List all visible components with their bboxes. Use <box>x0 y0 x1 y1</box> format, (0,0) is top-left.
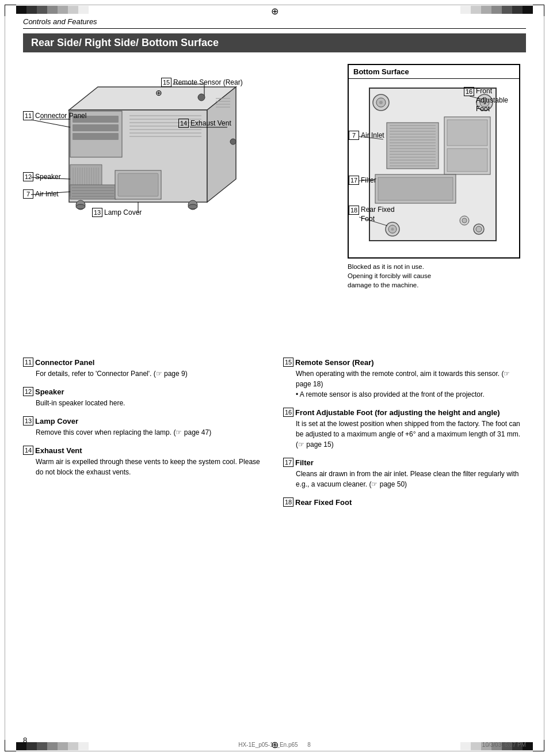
label-18-text: Rear FixedFoot <box>361 206 395 223</box>
descriptions-section: 11 Connector Panel For details, refer to… <box>23 358 526 515</box>
num-17: 17 <box>349 176 359 185</box>
svg-rect-81 <box>378 177 453 200</box>
desc-title-15: Remote Sensor (Rear) <box>295 358 374 367</box>
label-17-filter: 17 Filter <box>349 176 376 185</box>
svg-point-88 <box>462 218 467 223</box>
svg-point-57 <box>379 101 383 104</box>
label-13-text: Lamp Cover <box>104 208 142 216</box>
desc-header-15: 15 Remote Sensor (Rear) <box>283 358 526 367</box>
desc-num-13: 13 <box>23 416 33 426</box>
footer-page: 8 <box>307 742 311 748</box>
desc-num-16: 16 <box>283 408 293 417</box>
right-diagram: Bottom Surface <box>348 64 526 340</box>
bottom-surface-title: Bottom Surface <box>349 65 519 79</box>
label-12-speaker: 12 Speaker <box>23 172 61 181</box>
label-7b-text: Air Inlet <box>361 131 384 139</box>
desc-header-17: 17 Filter <box>283 458 526 467</box>
projector-svg: ⊕ <box>23 64 270 271</box>
page-content: Controls and Features Rear Side/ Right S… <box>0 0 549 538</box>
desc-item-17: 17 Filter Cleans air drawn in from the a… <box>283 458 526 489</box>
label-7b-air-inlet: 7 Air Inlet <box>349 131 384 140</box>
desc-num-15: 15 <box>283 358 293 367</box>
desc-title-13: Lamp Cover <box>35 417 78 426</box>
num-14: 14 <box>178 119 189 128</box>
corner-tl <box>5 5 16 16</box>
footer-filename: HX-1E_p05-14_En.p65 <box>238 742 298 748</box>
label-14-exhaust: 14 Exhaust Vent <box>178 119 231 128</box>
svg-rect-6 <box>73 133 119 140</box>
label-11-text: Connector Panel <box>35 112 86 120</box>
desc-header-11: 11 Connector Panel <box>23 358 266 367</box>
label-15-text: Remote Sensor (Rear) <box>173 78 243 86</box>
svg-text:⊕: ⊕ <box>155 88 162 97</box>
label-7a-air-inlet: 7 Air Inlet <box>23 189 59 199</box>
desc-bullet-15: • A remote sensor is also provided at th… <box>296 389 526 400</box>
corner-br <box>533 740 544 751</box>
gray-bar-top-left <box>16 6 89 14</box>
desc-num-14: 14 <box>23 446 33 455</box>
desc-title-18: Rear Fixed Foot <box>295 498 352 507</box>
svg-point-42 <box>230 139 236 145</box>
num-15: 15 <box>161 78 171 87</box>
desc-item-13: 13 Lamp Cover Remove this cover when rep… <box>23 416 266 438</box>
desc-item-18: 18 Rear Fixed Foot <box>283 497 526 507</box>
desc-num-17: 17 <box>283 458 293 467</box>
num-7b: 7 <box>349 131 359 140</box>
desc-text-15: When operating with the remote control, … <box>283 368 526 400</box>
desc-item-11: 11 Connector Panel For details, refer to… <box>23 358 266 379</box>
label-16-text: Front AdjustableFoot <box>476 87 519 114</box>
page-number: 8 <box>23 736 27 744</box>
desc-text-13: Remove this cover when replacing the lam… <box>23 427 266 438</box>
desc-title-11: Connector Panel <box>35 358 94 367</box>
gray-bar-top-right <box>460 6 533 14</box>
desc-text-17: Cleans air drawn in from the air inlet. … <box>283 469 526 489</box>
label-12-text: Speaker <box>35 173 61 181</box>
num-18: 18 <box>349 206 359 215</box>
bottom-surface-box: Bottom Surface <box>348 64 520 259</box>
desc-title-14: Exhaust Vent <box>35 446 82 455</box>
svg-point-40 <box>198 94 205 101</box>
desc-title-17: Filter <box>295 458 314 467</box>
label-17-text: Filter <box>361 176 376 184</box>
svg-point-44 <box>188 204 197 209</box>
desc-text-14: Warm air is expelled through these vents… <box>23 457 266 477</box>
footer-file: HX-1E_p05-14_En.p65 8 <box>238 742 311 748</box>
svg-rect-79 <box>447 149 487 172</box>
svg-rect-37 <box>118 173 158 196</box>
label-15-remote: 15 Remote Sensor (Rear) <box>161 78 243 87</box>
label-18-rear-foot: 18 Rear FixedFoot <box>349 206 395 223</box>
desc-header-12: 12 Speaker <box>23 387 266 396</box>
desc-text-16: It is set at the lowest position when sh… <box>283 419 526 450</box>
svg-point-86 <box>476 226 482 232</box>
desc-item-15: 15 Remote Sensor (Rear) When operating w… <box>283 358 526 400</box>
desc-header-14: 14 Exhaust Vent <box>23 446 266 455</box>
svg-point-84 <box>391 228 394 231</box>
svg-rect-5 <box>73 124 119 131</box>
desc-item-16: 16 Front Adjustable Foot (for adjusting … <box>283 408 526 450</box>
projector-drawing: ⊕ 11 Connector Panel <box>23 64 348 273</box>
desc-item-12: 12 Speaker Built-in speaker located here… <box>23 387 266 408</box>
corner-tr <box>533 5 544 16</box>
svg-rect-31 <box>70 185 116 199</box>
desc-header-18: 18 Rear Fixed Foot <box>283 497 526 507</box>
desc-num-11: 11 <box>23 358 33 367</box>
desc-num-12: 12 <box>23 387 33 396</box>
diagram-area: ⊕ 11 Connector Panel <box>23 64 526 340</box>
desc-title-12: Speaker <box>35 388 64 396</box>
num-12: 12 <box>23 172 33 181</box>
desc-text-12: Built-in speaker located here. <box>23 398 266 408</box>
num-13: 13 <box>92 208 102 217</box>
section-label: Controls and Features <box>23 17 526 26</box>
desc-header-13: 13 Lamp Cover <box>23 416 266 426</box>
desc-title-16: Front Adjustable Foot (for adjusting the… <box>295 408 500 417</box>
desc-item-14: 14 Exhaust Vent Warm air is expelled thr… <box>23 446 266 477</box>
desc-header-16: 16 Front Adjustable Foot (for adjusting … <box>283 408 526 417</box>
desc-num-18: 18 <box>283 497 293 507</box>
corner-bl <box>5 740 16 751</box>
num-11: 11 <box>23 111 33 120</box>
num-16: 16 <box>464 87 474 96</box>
desc-text-11: For details, refer to 'Connector Panel'.… <box>23 368 266 379</box>
label-16-foot: 16 Front AdjustableFoot <box>464 87 519 114</box>
svg-rect-78 <box>447 120 487 146</box>
svg-point-43 <box>76 204 85 209</box>
